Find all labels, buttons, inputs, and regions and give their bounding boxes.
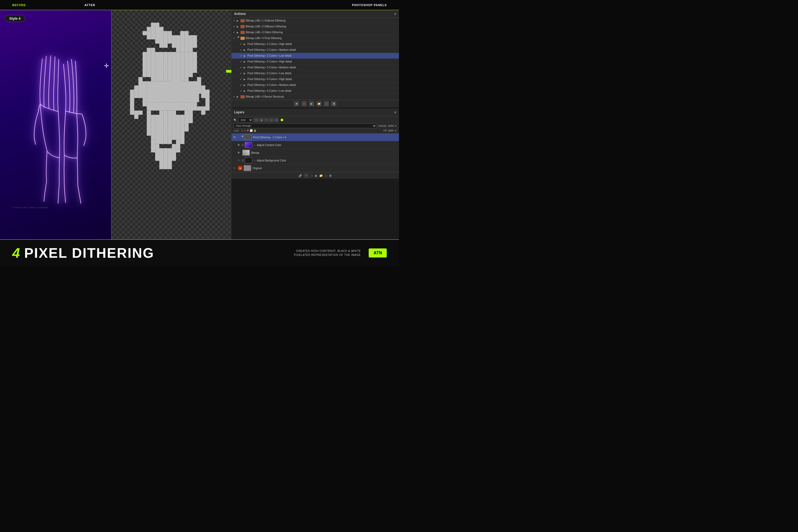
layer-expand-icon[interactable]: ▶ <box>241 136 244 139</box>
new-layer-button[interactable]: □ <box>325 174 327 177</box>
new-set-button[interactable]: 📁 <box>317 101 321 106</box>
lock-pixel-icon[interactable]: ✏ <box>244 129 246 132</box>
action-arrow: ▶ <box>237 36 240 40</box>
new-action-button[interactable]: □ <box>324 101 329 106</box>
svg-rect-33 <box>193 81 197 102</box>
action-check: ✓ <box>233 37 237 40</box>
svg-rect-29 <box>138 77 142 98</box>
svg-rect-48 <box>159 148 164 169</box>
action-row-2[interactable]: ✓ ▶ Bitmap LAB • 2 Diffusion Dithering <box>231 24 399 30</box>
lock-artboard-icon[interactable]: ⬜ <box>250 129 253 132</box>
actions-menu-icon[interactable]: ≡ <box>394 12 396 16</box>
svg-rect-36 <box>151 115 155 140</box>
action-check: ✓ <box>233 25 237 28</box>
action-label: Bitmap LAB • 5 Bonus Shortcuts <box>246 95 397 98</box>
kind-select[interactable]: Kind <box>238 118 253 122</box>
action-row-6[interactable]: ✓ ▶ Pixel Dithering • 2 Colors • Medium … <box>231 47 399 53</box>
svg-rect-15 <box>193 35 197 48</box>
layers-panel-header: Layers ≡ <box>231 109 399 116</box>
adjustment-filter-icon[interactable]: ◑ <box>259 118 263 122</box>
svg-rect-1 <box>147 27 151 31</box>
svg-rect-49 <box>163 148 168 169</box>
action-row-11[interactable]: ✓ ▶ Pixel Dithering • 4 Colors • High de… <box>231 76 399 82</box>
blending-mode-select[interactable]: Pass Through <box>233 124 377 128</box>
text-filter-icon[interactable]: T <box>264 118 268 122</box>
before-panel <box>0 10 111 240</box>
group-button[interactable]: 📁 <box>319 174 323 177</box>
bottom-desc-line2: PIXELATED REPRESENTATION OF THE IMAGE <box>294 253 361 257</box>
action-row-7[interactable]: ✓ ▶ Pixel Dithering • 2 Colors • Low det… <box>231 53 399 59</box>
svg-rect-8 <box>163 31 168 48</box>
layer-row-adjust-bg[interactable]: 👁 ⛓ ← Adjust Background Color <box>231 157 399 165</box>
adjustment-button[interactable]: ◑ <box>315 174 317 177</box>
action-label: Pixel Dithering • 4 Colors • Low detail <box>247 89 397 92</box>
top-nav: BEFORE AFTER PHOTOSHOP PANELS <box>0 0 399 10</box>
layer-visibility-icon[interactable]: 👁 <box>233 136 237 139</box>
after-panel <box>111 10 231 240</box>
mask-button[interactable]: □ <box>310 174 312 177</box>
layer-visibility-icon[interactable]: 👁 <box>233 167 237 170</box>
stop-button[interactable]: ■ <box>294 101 299 106</box>
action-folder-icon <box>241 19 245 22</box>
svg-rect-44 <box>184 111 189 132</box>
layer-row-group[interactable]: 👁 ▶ Pixel Dithering - 2 Colors ×4 <box>231 134 399 141</box>
action-row-9[interactable]: ✓ ▶ Pixel Dithering • 3 Colors • Medium … <box>231 65 399 71</box>
svg-marker-64 <box>226 68 231 75</box>
actions-toolbar: ■ ● ▶ 📁 □ 🗑 <box>231 100 399 108</box>
layer-row-adjust-content[interactable]: 👁 ⛓ ← Adjust Content Color <box>231 141 399 149</box>
fill-dropdown-icon[interactable]: ▼ <box>395 130 397 132</box>
shape-filter-icon[interactable]: ▭ <box>269 118 273 122</box>
delete-action-button[interactable]: 🗑 <box>331 101 336 106</box>
svg-rect-53 <box>180 136 184 144</box>
action-check: ✓ <box>233 95 237 98</box>
action-row-13[interactable]: ✓ ▶ Pixel Dithering • 4 Colors • Low det… <box>231 88 399 94</box>
fx-button[interactable]: fx <box>304 174 308 177</box>
action-label: Bitmap LAB • 1 Ordered Dithering <box>246 19 397 22</box>
layer-visibility-icon[interactable]: 👁 <box>237 144 242 147</box>
record-button[interactable]: ● <box>302 101 306 106</box>
layer-link-icon: ⛓ <box>242 144 244 146</box>
svg-rect-17 <box>147 48 151 77</box>
action-row-3[interactable]: ✓ ▶ Bitmap LAB • 3 Glitch Dithering <box>231 30 399 35</box>
play-button[interactable]: ▶ <box>309 101 314 106</box>
action-label: Pixel Dithering • 3 Colors • Low detail <box>247 72 397 75</box>
lock-transparent-icon[interactable]: ⬡ <box>241 129 243 132</box>
action-arrow: ▶ <box>244 43 247 45</box>
svg-rect-13 <box>184 31 189 52</box>
action-row-12[interactable]: ✓ ▶ Pixel Dithering • 4 Colors • Medium … <box>231 82 399 88</box>
action-row-14[interactable]: ✓ ▶ Bitmap LAB • 5 Bonus Shortcuts <box>231 94 399 100</box>
svg-rect-24 <box>176 52 180 86</box>
action-label: Pixel Dithering • 4 Colors • Medium deta… <box>247 83 397 87</box>
action-row-10[interactable]: ✓ ▶ Pixel Dithering • 3 Colors • Low det… <box>231 71 399 76</box>
link-layers-button[interactable]: 🔗 <box>299 174 302 177</box>
action-label: Pixel Dithering • 2 Colors • Medium deta… <box>247 49 397 51</box>
lock-move-icon[interactable]: ✚ <box>247 129 249 132</box>
layer-row-bitmap[interactable]: 👁 Bitmap <box>231 149 399 157</box>
action-row-4[interactable]: ✓ ▶ Bitmap LAB • 4 Pixel Dithering <box>231 35 399 41</box>
action-row-5[interactable]: ✓ ▶ Pixel Dithering • 2 Colors • High de… <box>231 41 399 47</box>
action-row-1[interactable]: ✓ ▶ Bitmap LAB • 1 Ordered Dithering <box>231 18 399 24</box>
svg-rect-9 <box>168 31 172 44</box>
fill-value[interactable]: 100% <box>388 129 394 132</box>
layer-row-original[interactable]: 👁 b Original <box>231 165 399 172</box>
opacity-value[interactable]: 100% <box>388 125 394 127</box>
action-row-8[interactable]: ✓ ▶ Pixel Dithering • 3 Colors • High de… <box>231 59 399 65</box>
action-check: ✓ <box>240 72 244 75</box>
smart-filter-icon[interactable]: ⊘ <box>274 118 279 122</box>
svg-rect-34 <box>197 77 201 94</box>
lock-all-icon[interactable]: 🔒 <box>253 129 256 132</box>
svg-rect-35 <box>147 111 151 136</box>
delete-layer-button[interactable]: 🗑 <box>329 174 332 177</box>
layer-visibility-icon[interactable]: 👁 <box>237 159 242 162</box>
action-check: ✓ <box>233 31 237 34</box>
svg-rect-19 <box>155 52 159 81</box>
svg-rect-63 <box>197 107 201 111</box>
layers-menu-icon[interactable]: ≡ <box>394 110 396 114</box>
opacity-dropdown-icon[interactable]: ▼ <box>395 125 397 127</box>
filter-active-dot <box>281 119 283 121</box>
layer-visibility-icon[interactable]: 👁 <box>237 151 242 154</box>
actions-panel: Actions ≡ ✓ ▶ Bitmap LAB • 1 Ordered Dit… <box>231 10 399 108</box>
pixel-filter-icon[interactable]: ☐ <box>254 118 258 122</box>
layer-name: ← Adjust Background Color <box>253 159 397 162</box>
filter-icons: ☐ ◑ T ▭ ⊘ <box>254 118 279 122</box>
